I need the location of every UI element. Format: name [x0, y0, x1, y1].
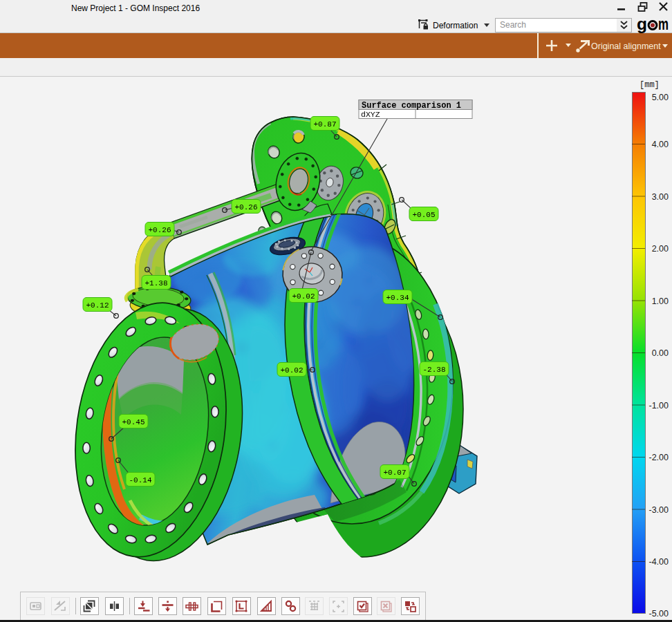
svg-text:+0.02: +0.02 [280, 366, 303, 375]
svg-text:+0.34: +0.34 [386, 294, 409, 302]
svg-text:dXYZ: dXYZ [361, 110, 380, 119]
svg-text:+0.26: +0.26 [234, 203, 257, 211]
svg-text:-0.14: -0.14 [129, 476, 151, 484]
svg-text:+0.45: +0.45 [122, 418, 144, 426]
svg-text:+0.26: +0.26 [148, 226, 171, 234]
svg-text:+0.05: +0.05 [412, 211, 435, 219]
svg-text:+0.12: +0.12 [86, 301, 109, 310]
svg-text:-2.38: -2.38 [422, 366, 445, 374]
svg-text:+0.87: +0.87 [313, 120, 336, 129]
svg-text:+0.02: +0.02 [292, 292, 315, 301]
svg-text:+1.38: +1.38 [144, 279, 167, 288]
svg-text:+0.07: +0.07 [383, 469, 406, 477]
